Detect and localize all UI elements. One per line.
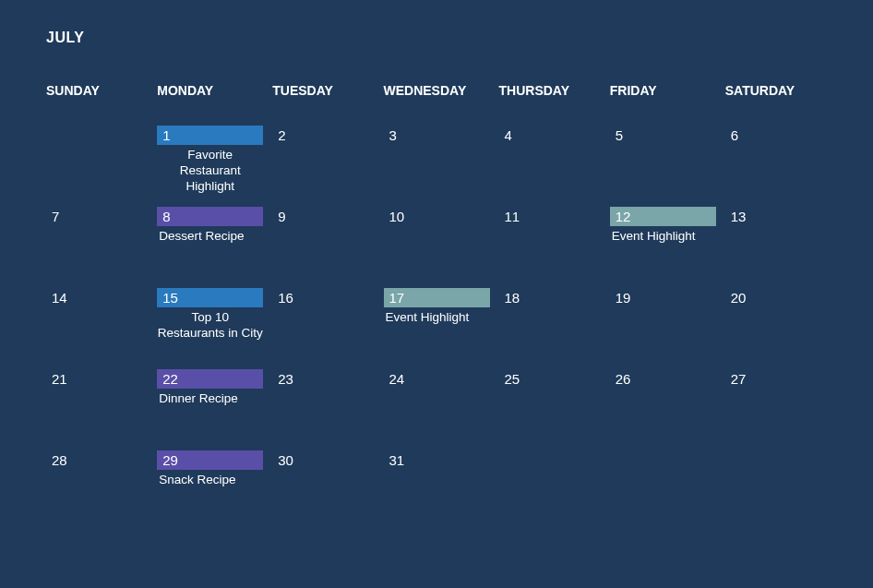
calendar-cell[interactable]: 25 bbox=[499, 367, 601, 449]
calendar-cell bbox=[725, 449, 827, 530]
day-number: 13 bbox=[725, 207, 752, 226]
day-number: 25 bbox=[499, 369, 526, 389]
calendar-cell[interactable]: 17Event Highlight bbox=[384, 286, 490, 367]
day-number: 7 bbox=[46, 207, 66, 226]
calendar-cell[interactable]: 21 bbox=[46, 367, 148, 449]
dow-header: FRIDAY bbox=[610, 83, 716, 98]
calendar-cell[interactable]: 7 bbox=[46, 205, 148, 286]
day-number: 17 bbox=[384, 288, 490, 307]
day-number: 24 bbox=[384, 369, 411, 389]
day-number: 14 bbox=[46, 288, 73, 307]
day-number: 12 bbox=[610, 207, 716, 226]
calendar-cell[interactable]: 22Dinner Recipe bbox=[157, 367, 263, 449]
day-number: 29 bbox=[157, 450, 263, 470]
day-number: 4 bbox=[499, 126, 520, 145]
calendar-cell[interactable]: 15Top 10 Restaurants in City bbox=[157, 286, 263, 367]
day-number: 22 bbox=[157, 369, 263, 389]
day-number: 8 bbox=[157, 207, 263, 226]
calendar-cell[interactable]: 3 bbox=[384, 124, 490, 205]
calendar-cell[interactable]: 29Snack Recipe bbox=[157, 449, 263, 530]
calendar-cell[interactable]: 27 bbox=[725, 367, 827, 449]
calendar-cell[interactable]: 5 bbox=[610, 124, 716, 205]
calendar-cell[interactable]: 30 bbox=[272, 449, 374, 530]
day-number: 27 bbox=[725, 369, 752, 389]
day-number: 20 bbox=[725, 288, 752, 307]
event-label[interactable]: Event Highlight bbox=[384, 310, 490, 326]
event-label[interactable]: Snack Recipe bbox=[157, 473, 263, 488]
calendar-cell[interactable]: 18 bbox=[499, 286, 601, 367]
day-number: 16 bbox=[272, 288, 299, 307]
calendar-cell[interactable]: 16 bbox=[272, 286, 374, 367]
day-number: 9 bbox=[272, 207, 293, 226]
dow-header: MONDAY bbox=[157, 83, 263, 98]
day-number: 3 bbox=[384, 126, 404, 145]
day-number: 30 bbox=[272, 450, 299, 470]
day-number: 26 bbox=[610, 369, 637, 389]
day-number: 11 bbox=[499, 207, 526, 226]
day-number: 18 bbox=[499, 288, 526, 307]
event-label[interactable]: Dinner Recipe bbox=[157, 391, 263, 407]
calendar-cell[interactable]: 11 bbox=[499, 205, 601, 286]
dow-header: TUESDAY bbox=[272, 83, 374, 98]
calendar-cell[interactable]: 2 bbox=[272, 124, 374, 205]
calendar-cell[interactable]: 4 bbox=[499, 124, 601, 205]
day-number: 23 bbox=[272, 369, 299, 389]
day-number: 21 bbox=[46, 369, 73, 389]
dow-header: SUNDAY bbox=[46, 83, 148, 98]
calendar-cell[interactable]: 14 bbox=[46, 286, 148, 367]
calendar-grid: SUNDAYMONDAYTUESDAYWEDNESDAYTHURSDAYFRID… bbox=[46, 83, 827, 530]
event-label[interactable]: Dessert Recipe bbox=[157, 229, 263, 245]
day-number: 31 bbox=[384, 450, 411, 470]
calendar-cell[interactable]: 20 bbox=[725, 286, 827, 367]
day-number: 15 bbox=[157, 288, 263, 307]
calendar-cell[interactable]: 10 bbox=[384, 205, 490, 286]
event-label[interactable]: Event Highlight bbox=[610, 229, 716, 245]
calendar-cell[interactable]: 8Dessert Recipe bbox=[157, 205, 263, 286]
dow-header: WEDNESDAY bbox=[384, 83, 490, 98]
day-number: 10 bbox=[384, 207, 411, 226]
month-title: JULY bbox=[46, 30, 827, 46]
calendar-cell bbox=[46, 124, 148, 205]
calendar-cell[interactable]: 1Favorite Restaurant Highlight bbox=[157, 124, 263, 205]
calendar-cell[interactable]: 26 bbox=[610, 367, 716, 449]
calendar-cell[interactable]: 6 bbox=[725, 124, 827, 205]
day-number: 19 bbox=[610, 288, 637, 307]
calendar-cell[interactable]: 19 bbox=[610, 286, 716, 367]
calendar-cell bbox=[499, 449, 601, 530]
day-number: 2 bbox=[272, 126, 293, 145]
day-number: 5 bbox=[610, 126, 630, 145]
dow-header: SATURDAY bbox=[725, 83, 827, 98]
calendar-cell[interactable]: 13 bbox=[725, 205, 827, 286]
day-number: 1 bbox=[157, 126, 263, 145]
event-label[interactable]: Top 10 Restaurants in City bbox=[157, 310, 263, 342]
dow-header: THURSDAY bbox=[499, 83, 601, 98]
calendar-cell[interactable]: 24 bbox=[384, 367, 490, 449]
calendar-cell[interactable]: 31 bbox=[384, 449, 490, 530]
calendar-cell[interactable]: 12Event Highlight bbox=[610, 205, 716, 286]
calendar-cell bbox=[610, 449, 716, 530]
calendar-cell[interactable]: 28 bbox=[46, 449, 148, 530]
calendar-cell[interactable]: 23 bbox=[272, 367, 374, 449]
calendar-cell[interactable]: 9 bbox=[272, 205, 374, 286]
day-number: 6 bbox=[725, 126, 746, 145]
event-label[interactable]: Favorite Restaurant Highlight bbox=[157, 148, 263, 195]
day-number: 28 bbox=[46, 450, 73, 470]
